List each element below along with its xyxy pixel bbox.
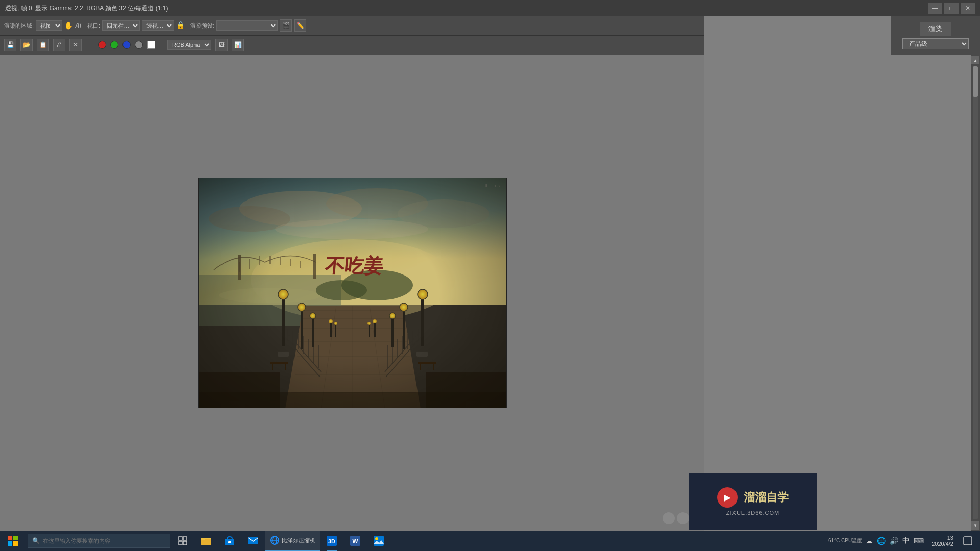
dot-btn-2[interactable]	[677, 512, 689, 524]
right-panel: 渲染 产品级	[891, 16, 980, 55]
taskbar-app-store[interactable]	[218, 531, 241, 551]
viewport-group: 视口: 四元栏… 透视… 🔒	[87, 20, 184, 31]
color-gray[interactable]	[135, 41, 143, 49]
svg-rect-85	[8, 536, 12, 540]
render-preset-label: 渲染预设:	[190, 22, 214, 30]
dots-decoration	[663, 512, 689, 524]
keyboard-icon[interactable]: ⌨	[912, 537, 925, 545]
close-button[interactable]: ✕	[961, 3, 975, 14]
viewport-dropdown[interactable]: 四元栏…	[102, 20, 140, 31]
svg-rect-84	[199, 178, 507, 408]
svg-text:W: W	[352, 538, 358, 545]
clock[interactable]: 13 2020/4/2	[927, 535, 958, 547]
ie-tab-text: 比泽尔压缩机	[282, 537, 315, 544]
notification-button[interactable]	[960, 531, 976, 551]
display-icon-btn1[interactable]: 🖼	[215, 39, 228, 51]
viewport-label: 视口:	[87, 22, 100, 30]
svg-rect-97	[228, 541, 231, 543]
render-button[interactable]: 渲染	[920, 22, 951, 36]
color-red[interactable]	[98, 41, 106, 49]
svg-rect-91	[179, 541, 182, 545]
color-white[interactable]	[147, 41, 155, 49]
scroll-down-arrow[interactable]: ▼	[971, 521, 979, 530]
logo-play-icon: ▶	[717, 487, 738, 508]
toolbar-row1: 渲染的区域: 视图 ✋ Ai 视口: 四元栏… 透视… 🔒 渲染预设: 🎬 ✏️	[0, 16, 704, 36]
svg-rect-94	[201, 539, 211, 545]
taskbar-app-mail[interactable]	[242, 531, 264, 551]
network-icon[interactable]: 🌐	[875, 537, 887, 545]
toolbar-row2: 💾 📂 📋 🖨 ✕ RGB Alpha 🖼 📊	[0, 36, 704, 55]
svg-rect-86	[13, 536, 18, 540]
taskbar-right: 61°C CPU温度 ☁ 🌐 🔊 中 ⌨ 13 2020/4/2	[824, 531, 980, 551]
save-button[interactable]: 💾	[4, 39, 16, 51]
svg-rect-87	[8, 541, 12, 546]
logo-overlay: ▶ 溜溜自学 ZIXUE.3D66.COM	[689, 473, 817, 530]
start-button[interactable]	[0, 531, 26, 551]
render-area-group: 渲染的区域: 视图 ✋ Ai	[4, 20, 81, 31]
dot-btn-1[interactable]	[663, 512, 675, 524]
render-preset-dropdown[interactable]	[216, 20, 278, 31]
logo-site-name: 溜溜自学	[744, 490, 789, 505]
svg-rect-95	[201, 538, 205, 540]
svg-rect-90	[183, 537, 187, 540]
scrollbar-thumb[interactable]	[973, 66, 978, 97]
taskbar: 🔍	[0, 531, 980, 551]
open-button[interactable]: 📂	[20, 39, 33, 51]
render-area-label: 渲染的区域:	[4, 22, 34, 30]
svg-rect-98	[248, 537, 258, 544]
mail-icon	[247, 535, 259, 547]
taskbar-app-word[interactable]: W	[344, 531, 366, 551]
search-icon: 🔍	[32, 537, 40, 544]
3dsmax-icon: 3D	[326, 535, 338, 547]
scene-svg: 不吃姜 tholt.us	[199, 178, 507, 408]
svg-point-107	[375, 537, 378, 540]
ie-icon	[270, 535, 280, 545]
print-button[interactable]: 🖨	[53, 39, 65, 51]
cpu-info: 61°C CPU温度	[828, 537, 862, 544]
title-controls: — □ ✕	[928, 3, 975, 14]
volume-icon[interactable]: 🔊	[888, 537, 900, 545]
svg-rect-106	[374, 536, 384, 546]
maximize-button[interactable]: □	[944, 3, 959, 14]
task-view-button[interactable]	[173, 531, 193, 551]
render-icon-btn1[interactable]: 🎬	[280, 19, 292, 32]
scroll-up-arrow[interactable]: ▲	[971, 56, 979, 64]
display-icon-btn2[interactable]: 📊	[232, 39, 244, 51]
search-bar[interactable]: 🔍	[28, 534, 170, 548]
toolbar-close-button[interactable]: ✕	[69, 39, 82, 51]
taskbar-app-3dsmax[interactable]: 3D	[321, 531, 343, 551]
clock-date: 2020/4/2	[932, 541, 953, 547]
render-icon-btn2[interactable]: ✏️	[294, 19, 306, 32]
notification-icon	[963, 536, 972, 545]
copy-button[interactable]: 📋	[37, 39, 49, 51]
color-blue[interactable]	[122, 41, 131, 49]
taskbar-app-ie[interactable]: 比泽尔压缩机	[265, 531, 320, 551]
cpu-label: CPU温度	[841, 538, 862, 543]
product-level-dropdown[interactable]: 产品级	[902, 38, 969, 49]
toolbar-area: 渲染的区域: 视图 ✋ Ai 视口: 四元栏… 透视… 🔒 渲染预设: 🎬 ✏️	[0, 16, 704, 55]
taskbar-app-explorer[interactable]	[195, 531, 217, 551]
weather-icon[interactable]: ☁	[864, 537, 874, 545]
lock-icon: 🔒	[176, 21, 184, 30]
search-input[interactable]	[43, 538, 155, 544]
minimize-button[interactable]: —	[928, 3, 942, 14]
input-icon[interactable]: 中	[901, 536, 911, 545]
view-dropdown[interactable]: 视图	[36, 20, 62, 31]
title-text: 透视, 帧 0, 显示 Gamma: 2.2, RGBA 颜色 32 位/每通道…	[5, 4, 168, 13]
word-icon: W	[349, 535, 361, 547]
channel-dropdown[interactable]: RGB Alpha	[167, 40, 211, 50]
right-sidebar: ▲ ▼	[971, 55, 980, 531]
hand-icon: ✋	[64, 21, 73, 30]
taskbar-apps: 比泽尔压缩机 3D W	[193, 531, 824, 551]
taskbar-app-photos[interactable]	[368, 531, 390, 551]
canvas-area: 不吃姜 tholt.us	[0, 55, 704, 531]
svg-rect-92	[183, 541, 187, 545]
file-explorer-icon	[200, 535, 212, 547]
svg-rect-89	[179, 537, 182, 540]
svg-rect-88	[13, 541, 18, 546]
ai-icon: Ai	[75, 22, 81, 29]
sys-tray: ☁ 🌐 🔊 中 ⌨	[864, 536, 925, 545]
windows-logo-icon	[7, 535, 18, 546]
color-green[interactable]	[110, 41, 118, 49]
view-type-dropdown[interactable]: 透视…	[142, 20, 174, 31]
